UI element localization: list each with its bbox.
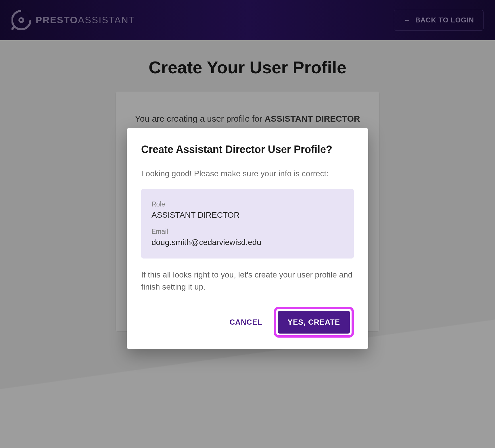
yes-create-button[interactable]: YES, CREATE: [278, 311, 350, 334]
modal-overlay: Create Assistant Director User Profile? …: [0, 0, 495, 448]
create-button-highlight: YES, CREATE: [274, 307, 354, 338]
confirm-create-modal: Create Assistant Director User Profile? …: [127, 128, 368, 349]
modal-actions: CANCEL YES, CREATE: [141, 307, 354, 338]
modal-title: Create Assistant Director User Profile?: [141, 143, 354, 156]
role-label: Role: [151, 200, 344, 208]
modal-footer-text: If this all looks right to you, let's cr…: [141, 269, 354, 293]
email-label: Email: [151, 228, 344, 236]
role-value: ASSISTANT DIRECTOR: [151, 210, 344, 220]
info-summary-box: Role ASSISTANT DIRECTOR Email doug.smith…: [141, 189, 354, 259]
modal-subtitle: Looking good! Please make sure your info…: [141, 168, 354, 180]
cancel-button[interactable]: CANCEL: [222, 312, 269, 332]
email-value: doug.smith@cedarviewisd.edu: [151, 238, 344, 247]
